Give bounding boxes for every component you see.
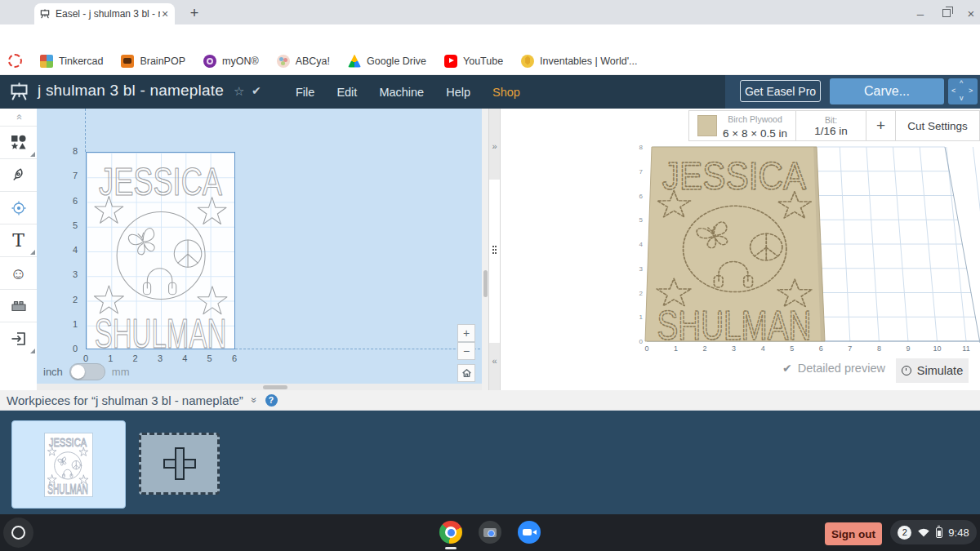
bookmark-label: ABCya! xyxy=(296,56,330,67)
nameplate-design-svg[interactable]: JESSICA SHULMAN xyxy=(86,152,235,349)
menu-help[interactable]: Help xyxy=(446,86,470,99)
content-area: » T xyxy=(0,109,980,390)
material-selector[interactable]: Birch Plywood 6 × 8 × 0.5 in xyxy=(689,111,795,140)
bookmark-youtube[interactable]: YouTube xyxy=(444,55,503,68)
unit-toggle-knob[interactable] xyxy=(71,365,85,379)
new-tab-button[interactable]: + xyxy=(185,3,204,23)
bookmark-brainpop[interactable]: BrainPOP xyxy=(121,55,185,68)
svg-text:0: 0 xyxy=(639,338,644,345)
svg-text:4: 4 xyxy=(639,241,644,248)
svg-text:0: 0 xyxy=(644,344,648,353)
vscroll-thumb[interactable] xyxy=(483,270,488,297)
dashed-circle-favicon-icon xyxy=(8,54,22,68)
browser-tab[interactable]: Easel - j shulman 3 bl - nameplat × xyxy=(34,3,175,24)
chrome-app-icon[interactable] xyxy=(439,521,462,544)
splitter-drag-handle[interactable] xyxy=(492,246,494,247)
expand-right-icon[interactable]: » xyxy=(489,141,500,151)
shelf: Sign out 2 9:48 xyxy=(0,514,980,551)
jog-right-icon[interactable]: > xyxy=(969,87,973,95)
pen-nib-icon xyxy=(10,167,28,184)
window-close-button[interactable]: × xyxy=(960,7,980,20)
window-restore-button[interactable] xyxy=(936,7,957,20)
material-toolbar: Birch Plywood 6 × 8 × 0.5 in Bit: 1/16 i… xyxy=(688,110,980,141)
detailed-preview-toggle[interactable]: ✔ Detailed preview xyxy=(782,362,885,375)
zoom-app-icon[interactable] xyxy=(518,521,541,544)
tab-close-icon[interactable]: × xyxy=(162,7,168,20)
easel-header: j shulman 3 bl - nameplate ☆ ✔ FileEditM… xyxy=(0,75,980,109)
ruler-x-3: 3 xyxy=(152,353,168,363)
panel-splitter[interactable]: » « xyxy=(488,109,501,390)
icons-library-button[interactable]: ☺ xyxy=(0,257,37,290)
bookmark-google-drive[interactable]: Google Drive xyxy=(348,55,426,68)
menu-machine[interactable]: Machine xyxy=(379,86,424,99)
help-icon[interactable]: ? xyxy=(265,394,278,407)
bookmark-abcya[interactable]: ABCya! xyxy=(277,55,330,68)
menu-shop[interactable]: Shop xyxy=(492,86,520,99)
jog-pad-button[interactable]: ^ v < > xyxy=(948,78,978,104)
zoom-out-button[interactable]: − xyxy=(457,342,475,360)
chevron-collapse-icon[interactable]: » xyxy=(248,398,260,403)
text-tool-icon: T xyxy=(12,232,24,250)
cut-settings-button[interactable]: Cut Settings xyxy=(895,111,979,140)
clock-time: 9:48 xyxy=(948,527,969,539)
text-tool-button[interactable]: T xyxy=(0,224,37,257)
expand-left-icon[interactable]: « xyxy=(489,356,500,366)
add-workpiece-button[interactable] xyxy=(139,433,220,495)
collapse-tools-button[interactable]: » xyxy=(0,109,37,127)
import-button[interactable] xyxy=(0,322,37,355)
status-tray[interactable]: 2 9:48 xyxy=(890,520,977,544)
unit-toggle[interactable] xyxy=(69,363,105,380)
check-icon: ✔ xyxy=(782,362,792,375)
svg-text:JESSICA: JESSICA xyxy=(99,160,222,204)
lego-brick-icon xyxy=(9,296,29,316)
get-easel-pro-button[interactable]: Get Easel Pro xyxy=(740,80,821,102)
active-app-indicator xyxy=(445,547,457,549)
workpiece-thumbnail-selected[interactable]: JESSICA SHULMAN xyxy=(11,420,126,509)
pen-tool-button[interactable] xyxy=(0,159,37,192)
bookmark-dashed-circle[interactable] xyxy=(8,54,22,68)
material-name: Birch Plywood xyxy=(728,114,782,124)
zoom-home-button[interactable] xyxy=(457,364,475,382)
restore-icon xyxy=(942,9,951,17)
menu-edit[interactable]: Edit xyxy=(336,86,357,99)
jog-up-icon[interactable]: ^ xyxy=(960,80,963,87)
window-minimize-button[interactable]: – xyxy=(910,7,931,20)
canvas-vscrollbar[interactable] xyxy=(482,109,488,390)
bookmark-label: YouTube xyxy=(463,56,503,67)
shapes-tool-button[interactable] xyxy=(0,127,37,159)
hscroll-thumb[interactable] xyxy=(263,385,287,389)
carve-button[interactable]: Carve... xyxy=(830,78,944,104)
workpieces-tray: JESSICA SHULMAN xyxy=(0,411,980,514)
design-canvas[interactable]: JESSICA SHULMAN 012345678 0123456 + − in… xyxy=(37,109,482,384)
jog-down-icon[interactable]: v xyxy=(960,95,964,102)
favorite-star-icon[interactable]: ☆ xyxy=(234,84,244,99)
bookmark-myon[interactable]: myON® xyxy=(203,55,259,68)
simulate-label: Simulate xyxy=(917,364,963,377)
browser-toolbar: ← → ⟳ easel.inventables.com/projects/MiH… xyxy=(0,24,980,47)
ruler-y-5: 5 xyxy=(53,220,78,230)
plus-icon xyxy=(163,447,196,480)
add-bit-button[interactable]: + xyxy=(866,111,895,140)
preview-panel: 01234567891011012345678 JESSICA SHULMAN … xyxy=(501,109,980,390)
simulate-button[interactable]: Simulate xyxy=(896,358,969,383)
canvas-hscrollbar[interactable] xyxy=(37,384,482,390)
bookmark-inventables[interactable]: Inventables | World'... xyxy=(521,55,637,68)
bookmark-tinkercad[interactable]: Tinkercad xyxy=(40,55,103,68)
jog-left-icon[interactable]: < xyxy=(951,87,956,95)
ruler-x-5: 5 xyxy=(202,353,218,363)
launcher-button[interactable] xyxy=(3,518,33,548)
apps-button[interactable] xyxy=(0,290,37,322)
bit-value: 1/16 in xyxy=(814,125,848,137)
bit-selector[interactable]: Bit: 1/16 in xyxy=(795,111,866,140)
menu-file[interactable]: File xyxy=(296,86,314,99)
svg-text:11: 11 xyxy=(962,344,969,353)
drill-origin-tool-button[interactable] xyxy=(0,192,37,224)
project-title[interactable]: j shulman 3 bl - nameplate xyxy=(38,82,224,100)
ruler-x-6: 6 xyxy=(226,353,243,363)
zoom-in-button[interactable]: + xyxy=(457,324,475,342)
import-icon xyxy=(9,329,29,349)
camera-app-icon[interactable] xyxy=(479,521,501,544)
sign-out-button[interactable]: Sign out xyxy=(825,522,882,545)
preview-y-labels: 012345678 xyxy=(639,144,644,345)
ruler-y-3: 3 xyxy=(53,269,78,279)
